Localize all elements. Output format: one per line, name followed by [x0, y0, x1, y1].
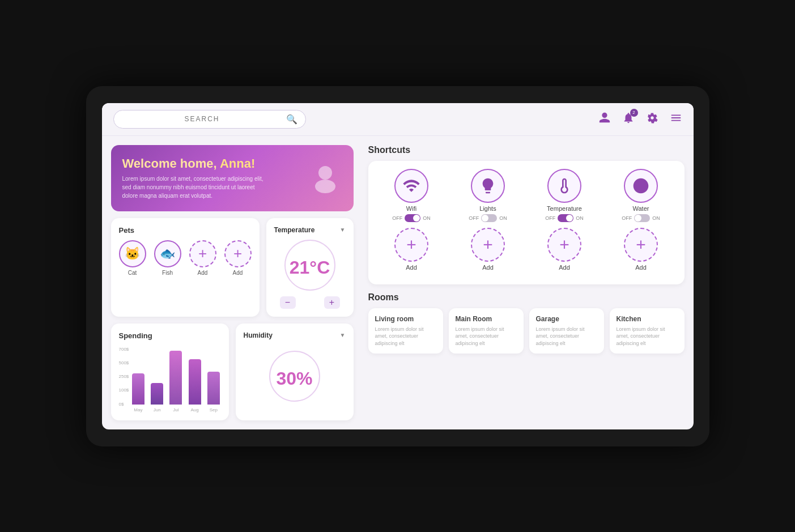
chart-container: 700$ 500$ 250$ 100$ 0$ May — [119, 346, 221, 412]
bar-aug-label: Aug — [191, 407, 199, 412]
pets-title: Pets — [119, 226, 252, 235]
svg-point-1 — [315, 180, 335, 193]
lights-toggle[interactable] — [481, 214, 497, 222]
temp-chevron[interactable]: ▼ — [340, 227, 346, 233]
shortcut-add-label-1: Add — [406, 264, 417, 271]
shortcut-wifi-circle[interactable] — [394, 169, 428, 203]
rooms-row: Living room Lorem ipsum dolor sit amet, … — [368, 308, 685, 354]
shortcuts-row-1: Wifi OFF ON — [376, 169, 677, 222]
pet-add-circle-1[interactable]: + — [189, 240, 216, 267]
pets-card: Pets 🐱 Cat 🐟 Fish + — [111, 218, 260, 317]
pet-cat: 🐱 Cat — [119, 240, 146, 276]
humidity-value: 30% — [269, 351, 320, 402]
temp-value: 21°C — [284, 240, 335, 291]
search-icon: 🔍 — [286, 114, 297, 125]
temp-increase-button[interactable]: + — [324, 296, 340, 309]
pet-fish: 🐟 Fish — [154, 240, 181, 276]
humidity-chevron[interactable]: ▼ — [340, 332, 346, 338]
screen: 🔍 2 — [102, 103, 694, 429]
room-main-room-name: Main Room — [456, 315, 517, 323]
wifi-off-label: OFF — [392, 215, 402, 221]
water-off-label: OFF — [622, 215, 632, 221]
avatar — [308, 161, 342, 195]
pet-fish-circle[interactable]: 🐟 — [154, 240, 181, 267]
shortcut-temperature-circle[interactable] — [547, 169, 581, 203]
shortcut-add-label-4: Add — [635, 264, 647, 271]
bar-sep-label: Sep — [210, 407, 218, 412]
shortcut-add-circle-1[interactable]: + — [394, 228, 428, 262]
temp-decrease-button[interactable]: − — [280, 296, 296, 309]
shortcuts-grid: Wifi OFF ON — [368, 161, 685, 284]
lights-on-label: ON — [499, 215, 507, 221]
room-living-room-desc: Lorem ipsum dolor sit amet, consectetuer… — [375, 326, 436, 347]
welcome-banner: Welcome home, Anna! Lorem ipsum dolor si… — [111, 145, 354, 211]
temperature-toggle-row: OFF ON — [545, 214, 584, 222]
welcome-heading: Welcome home, Anna! — [122, 156, 270, 171]
humidity-title: Humidity — [244, 331, 273, 339]
temp-title: Temperature — [274, 226, 315, 234]
bar-may: May — [131, 373, 145, 412]
shortcut-water-circle[interactable] — [624, 169, 658, 203]
room-kitchen[interactable]: Kitchen Lorem ipsum dolor sit amet, cons… — [610, 308, 685, 354]
temp-title-row: Temperature ▼ — [274, 226, 346, 234]
bar-jun-label: Jun — [154, 407, 161, 412]
welcome-body: Lorem ipsum dolor sit amet, consectetuer… — [122, 175, 270, 200]
bar-jul: Jul — [169, 351, 183, 412]
shortcut-temperature: Temperature OFF ON — [529, 169, 600, 222]
wifi-on-label: ON — [423, 215, 431, 221]
lights-toggle-row: OFF ON — [469, 214, 507, 222]
room-kitchen-desc: Lorem ipsum dolor sit amet, consectetuer… — [617, 326, 678, 347]
water-toggle[interactable] — [634, 214, 650, 222]
pet-add-2: + Add — [224, 240, 252, 276]
y-label-0: 0$ — [119, 402, 129, 407]
shortcut-add-4: + Add — [606, 228, 677, 271]
pet-add-label-2: Add — [233, 270, 243, 276]
y-label-500: 500$ — [119, 360, 129, 365]
shortcut-temperature-label: Temperature — [547, 205, 582, 212]
water-toggle-row: OFF ON — [622, 214, 660, 222]
room-garage-desc: Lorem ipsum dolor sit amet, consectetuer… — [536, 326, 597, 347]
chart-bars: May Jun Jul — [131, 350, 220, 412]
bar-jul-label: Jul — [173, 407, 178, 412]
header: 🔍 2 — [102, 103, 694, 136]
pet-add-label-1: Add — [198, 270, 208, 276]
humidity-title-row: Humidity ▼ — [244, 331, 346, 339]
room-main-room[interactable]: Main Room Lorem ipsum dolor sit amet, co… — [449, 308, 524, 354]
search-input[interactable] — [122, 115, 283, 123]
pet-cat-circle[interactable]: 🐱 — [119, 240, 146, 267]
shortcut-add-2: + Add — [453, 228, 524, 271]
profile-icon[interactable] — [598, 112, 611, 127]
shortcuts-section: Shortcuts Wifi OFF — [368, 145, 685, 284]
left-panel: Welcome home, Anna! Lorem ipsum dolor si… — [102, 136, 363, 429]
room-main-room-desc: Lorem ipsum dolor sit amet, consectetuer… — [456, 326, 517, 347]
wifi-toggle[interactable] — [405, 214, 420, 222]
menu-icon[interactable] — [670, 112, 682, 127]
y-label-250: 250$ — [119, 374, 129, 379]
pet-add-1: + Add — [189, 240, 216, 276]
main-content: Welcome home, Anna! Lorem ipsum dolor si… — [102, 136, 694, 429]
shortcut-lights: Lights OFF ON — [453, 169, 524, 222]
search-bar[interactable]: 🔍 — [113, 110, 306, 129]
shortcut-add-circle-3[interactable]: + — [547, 228, 581, 262]
room-living-room[interactable]: Living room Lorem ipsum dolor sit amet, … — [368, 308, 443, 354]
svg-point-0 — [318, 166, 332, 180]
pet-add-circle-2[interactable]: + — [224, 240, 252, 267]
right-panel: Shortcuts Wifi OFF — [363, 136, 694, 429]
bar-jun: Jun — [150, 383, 164, 412]
shortcut-add-3: + Add — [529, 228, 600, 271]
notification-icon[interactable]: 2 — [622, 112, 635, 127]
shortcut-water: Water OFF ON — [606, 169, 677, 222]
settings-icon[interactable] — [646, 112, 658, 127]
temperature-on-label: ON — [576, 215, 584, 221]
temperature-toggle[interactable] — [558, 214, 573, 222]
pet-fish-label: Fish — [162, 270, 173, 276]
welcome-text: Welcome home, Anna! Lorem ipsum dolor si… — [122, 156, 270, 200]
shortcut-add-circle-4[interactable]: + — [624, 228, 658, 262]
notification-badge: 2 — [630, 109, 638, 117]
pets-temp-row: Pets 🐱 Cat 🐟 Fish + — [111, 218, 354, 317]
shortcut-lights-circle[interactable] — [471, 169, 505, 203]
shortcut-wifi-label: Wifi — [406, 205, 416, 212]
temperature-card: Temperature ▼ 21°C − + — [266, 218, 354, 317]
room-garage[interactable]: Garage Lorem ipsum dolor sit amet, conse… — [529, 308, 604, 354]
shortcut-add-circle-2[interactable]: + — [471, 228, 505, 262]
